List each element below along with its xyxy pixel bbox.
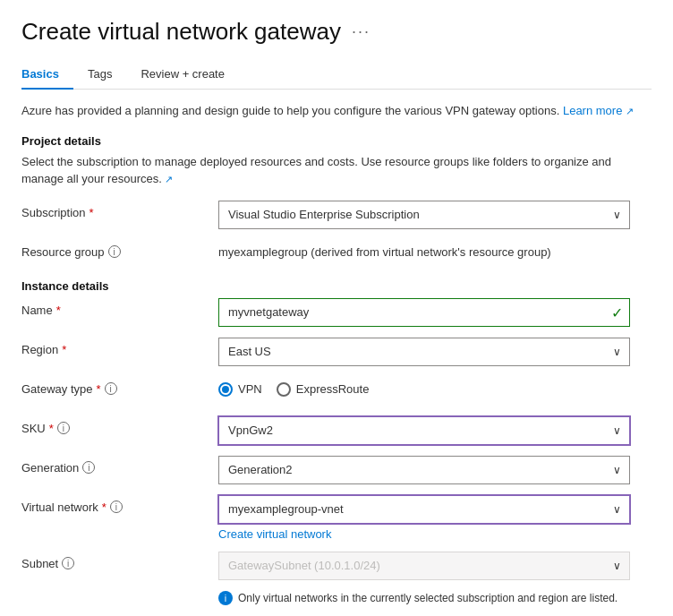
name-input[interactable] (218, 298, 630, 327)
tab-review-create[interactable]: Review + create (126, 60, 239, 90)
tab-tags[interactable]: Tags (73, 60, 126, 90)
subnet-select: GatewaySubnet (10.0.1.0/24) (218, 552, 630, 580)
generation-row: Generation i Generation2 (21, 456, 652, 484)
subnet-row: Subnet i GatewaySubnet (10.0.1.0/24) (21, 552, 652, 580)
tab-basics[interactable]: Basics (21, 60, 73, 90)
virtual-network-select[interactable]: myexamplegroup-vnet (218, 495, 630, 524)
subscription-control: Visual Studio Enterprise Subscription (218, 201, 630, 229)
subscription-select[interactable]: Visual Studio Enterprise Subscription (218, 201, 630, 229)
resource-group-value: myexamplegroup (derived from virtual net… (218, 240, 630, 259)
name-input-wrapper: ✓ (218, 298, 630, 327)
gateway-type-required: * (97, 382, 101, 396)
virtual-network-label: Virtual network * i (21, 495, 218, 514)
subnet-note-text: Only virtual networks in the currently s… (238, 592, 618, 604)
name-row: Name * ✓ (21, 298, 652, 327)
region-label: Region * (21, 338, 218, 356)
region-select[interactable]: East US (218, 338, 630, 366)
generation-select[interactable]: Generation2 (218, 456, 630, 484)
vpn-radio-circle (218, 382, 233, 397)
expressroute-radio-circle (277, 382, 291, 397)
virtual-network-required: * (102, 500, 106, 514)
gateway-type-control: VPN ExpressRoute (218, 377, 630, 397)
subnet-control: GatewaySubnet (10.0.1.0/24) (218, 552, 630, 580)
region-control: East US (218, 338, 630, 366)
info-note-icon: i (218, 591, 233, 605)
resource-group-control: myexamplegroup (derived from virtual net… (218, 240, 630, 259)
virtual-network-select-wrapper: myexamplegroup-vnet (218, 495, 630, 524)
create-virtual-network-link[interactable]: Create virtual network (218, 527, 630, 541)
project-details-title: Project details (21, 134, 652, 148)
gateway-type-vpn-option[interactable]: VPN (218, 382, 262, 397)
project-details-desc: Select the subscription to manage deploy… (21, 153, 652, 188)
virtual-network-control: myexamplegroup-vnet Create virtual netwo… (218, 495, 630, 541)
expressroute-radio-label: ExpressRoute (296, 382, 370, 396)
resource-group-row: Resource group i myexamplegroup (derived… (21, 240, 652, 269)
gateway-type-label: Gateway type * i (21, 377, 218, 396)
sku-required: * (49, 422, 54, 435)
page-title: Create virtual network gateway ··· (21, 18, 652, 46)
subnet-label: Subnet i (21, 552, 218, 570)
subnet-select-wrapper: GatewaySubnet (10.0.1.0/24) (218, 552, 630, 580)
region-row: Region * East US (21, 338, 652, 366)
sku-control: VpnGw2 (218, 416, 630, 445)
region-select-wrapper: East US (218, 338, 630, 366)
subscription-row: Subscription * Visual Studio Enterprise … (21, 201, 652, 229)
subscription-label: Subscription * (21, 201, 218, 219)
resource-group-label: Resource group i (21, 240, 218, 259)
name-valid-icon: ✓ (611, 304, 623, 321)
subscription-select-wrapper: Visual Studio Enterprise Subscription (218, 201, 630, 229)
subnet-info-icon[interactable]: i (62, 557, 74, 569)
sku-select-wrapper: VpnGw2 (218, 416, 630, 445)
project-details-link[interactable]: ↗ (165, 172, 173, 185)
resource-group-info-icon[interactable]: i (108, 245, 121, 258)
gateway-type-expressroute-option[interactable]: ExpressRoute (277, 382, 370, 397)
generation-select-wrapper: Generation2 (218, 456, 630, 484)
page-title-text: Create virtual network gateway (21, 18, 341, 46)
virtual-network-row: Virtual network * i myexamplegroup-vnet … (21, 495, 652, 541)
sku-select[interactable]: VpnGw2 (218, 416, 630, 445)
page-title-dots: ··· (352, 22, 371, 41)
region-required: * (62, 343, 66, 356)
instance-details-title: Instance details (21, 279, 652, 293)
name-required: * (56, 304, 61, 317)
external-link-icon: ↗ (626, 106, 634, 116)
virtual-network-info-icon[interactable]: i (110, 500, 123, 513)
name-control: ✓ (218, 298, 630, 327)
gateway-type-info-icon[interactable]: i (105, 382, 117, 395)
subscription-required: * (89, 206, 94, 219)
info-banner: Azure has provided a planning and design… (21, 102, 652, 120)
sku-row: SKU * i VpnGw2 (21, 416, 652, 445)
tab-nav: Basics Tags Review + create (21, 60, 652, 90)
gateway-type-radio-group: VPN ExpressRoute (218, 377, 630, 397)
subnet-note: i Only virtual networks in the currently… (218, 591, 652, 605)
learn-more-link[interactable]: Learn more ↗ (563, 104, 634, 117)
project-details-external-icon: ↗ (165, 174, 173, 184)
gateway-type-row: Gateway type * i VPN ExpressRoute (21, 377, 652, 406)
generation-control: Generation2 (218, 456, 630, 484)
name-label: Name * (21, 298, 218, 317)
sku-label: SKU * i (21, 416, 218, 435)
vpn-radio-label: VPN (238, 382, 262, 396)
generation-info-icon[interactable]: i (82, 461, 95, 474)
sku-info-icon[interactable]: i (57, 422, 70, 434)
generation-label: Generation i (21, 456, 218, 475)
